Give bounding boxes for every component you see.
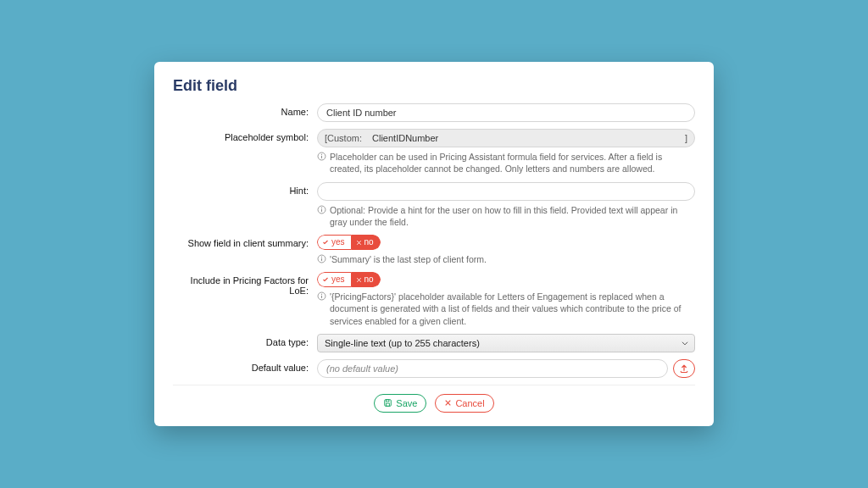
- info-icon: [317, 205, 326, 214]
- summary-hint: 'Summary' is the last step of client for…: [317, 253, 695, 265]
- x-icon: [444, 399, 452, 407]
- label-hint: Hint:: [173, 182, 317, 196]
- label-name: Name:: [173, 103, 317, 117]
- info-icon: [317, 291, 326, 301]
- svg-rect-4: [321, 208, 322, 211]
- placeholder-input[interactable]: [Custom: ClientIDNumber ]: [317, 129, 695, 147]
- toggle-yes[interactable]: yes: [317, 235, 351, 250]
- dialog-title: Edit field: [173, 77, 695, 95]
- upload-icon: [679, 363, 689, 374]
- svg-rect-2: [321, 154, 322, 155]
- name-input[interactable]: [317, 103, 695, 122]
- save-icon: [383, 398, 392, 408]
- x-icon: [356, 240, 362, 246]
- row-placeholder: Placeholder symbol: [Custom: ClientIDNum…: [173, 129, 695, 175]
- save-button[interactable]: Save: [374, 394, 426, 413]
- svg-rect-11: [321, 294, 322, 295]
- hint-input[interactable]: [317, 182, 695, 201]
- data-type-select[interactable]: Single-line text (up to 255 characters): [317, 334, 695, 352]
- divider: [173, 385, 695, 385]
- svg-rect-13: [387, 400, 389, 402]
- label-include-loe: Include in Pricing Factors for LoE:: [173, 272, 317, 296]
- placeholder-hint: Placeholder can be used in Pricing Assis…: [317, 151, 695, 175]
- placeholder-value: ClientIDNumber: [369, 133, 685, 143]
- row-include-loe: Include in Pricing Factors for LoE: yes …: [173, 272, 695, 327]
- info-icon: [317, 152, 326, 161]
- default-value-input[interactable]: [317, 359, 668, 378]
- toggle-no[interactable]: no: [351, 272, 381, 287]
- svg-rect-12: [385, 400, 392, 407]
- hint-hint: Optional: Provide a hint for the user on…: [317, 204, 695, 228]
- row-show-summary: Show field in client summary: yes no 'Su…: [173, 235, 695, 265]
- toggle-yes[interactable]: yes: [317, 272, 351, 287]
- svg-rect-1: [321, 156, 322, 158]
- insert-placeholder-button[interactable]: [673, 359, 695, 378]
- svg-rect-8: [321, 257, 322, 258]
- x-icon: [356, 277, 362, 283]
- svg-rect-7: [321, 258, 322, 261]
- label-default-value: Default value:: [173, 359, 317, 373]
- info-icon: [317, 254, 326, 263]
- include-loe-toggle[interactable]: yes no: [317, 272, 381, 287]
- svg-rect-5: [321, 207, 322, 208]
- edit-field-dialog: Edit field Name: Placeholder symbol: [Cu…: [154, 62, 714, 425]
- show-summary-toggle[interactable]: yes no: [317, 235, 381, 250]
- check-icon: [322, 239, 329, 246]
- chevron-down-icon: [681, 339, 689, 347]
- dialog-actions: Save Cancel: [173, 394, 695, 413]
- label-show-summary: Show field in client summary:: [173, 235, 317, 248]
- toggle-no[interactable]: no: [351, 235, 381, 250]
- placeholder-prefix: [Custom:: [325, 133, 362, 143]
- row-default-value: Default value:: [173, 359, 695, 378]
- placeholder-suffix: ]: [685, 133, 687, 143]
- svg-rect-10: [321, 296, 322, 298]
- row-name: Name:: [173, 103, 695, 122]
- data-type-value: Single-line text (up to 255 characters): [325, 338, 480, 348]
- check-icon: [322, 276, 329, 283]
- row-data-type: Data type: Single-line text (up to 255 c…: [173, 334, 695, 352]
- loe-hint: '{PricingFactors}' placeholder available…: [317, 291, 695, 327]
- cancel-button[interactable]: Cancel: [435, 394, 493, 413]
- label-placeholder: Placeholder symbol:: [173, 129, 317, 142]
- label-data-type: Data type:: [173, 334, 317, 347]
- row-hint: Hint: Optional: Provide a hint for the u…: [173, 182, 695, 228]
